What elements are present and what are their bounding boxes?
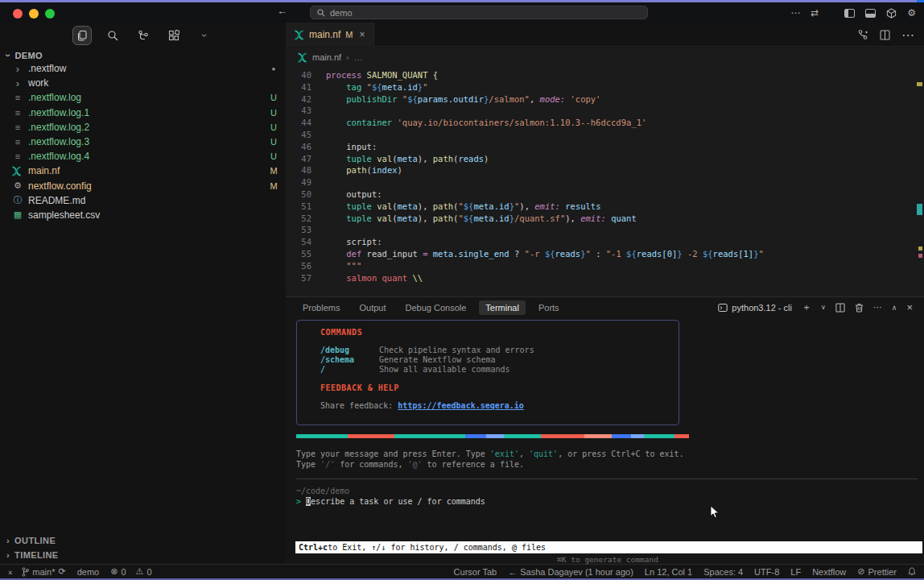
command-description: Generate Nextflow schema	[379, 355, 496, 364]
code-line-47: 47 tuple val(meta), path(reads)	[286, 153, 913, 165]
split-editor-icon[interactable]	[880, 30, 890, 40]
branch-sync-icon: ⟳	[58, 566, 65, 577]
encoding-item[interactable]: UTF-8	[754, 567, 779, 577]
new-terminal-icon[interactable]: ＋	[802, 300, 811, 314]
line-number: 45	[286, 129, 311, 141]
cli-prompt[interactable]: > Describe a task or use / for commands	[296, 497, 485, 506]
text-segment: meta	[433, 249, 453, 259]
language-mode-item[interactable]: Nextflow	[812, 567, 846, 577]
minimize-window-button[interactable]	[29, 9, 39, 19]
git-status-badge: ●	[262, 65, 286, 72]
sync-arrows-icon[interactable]: ⇄	[811, 7, 819, 19]
file-item-README-md[interactable]: ⓘREADME.md	[0, 193, 286, 208]
source-control-icon[interactable]	[134, 26, 153, 45]
more-views-chevron-icon[interactable]: ›	[195, 26, 214, 45]
file-item-work[interactable]: ›work	[0, 76, 286, 90]
panel-tab-debug-console[interactable]: Debug Console	[399, 300, 473, 315]
titlebar: ← demo ⋯ ⇄ ⚙	[0, 2, 924, 23]
panel-tab-ports[interactable]: Ports	[532, 300, 566, 315]
command-name: /debug	[320, 346, 379, 355]
text-segment: tuple	[346, 213, 372, 223]
file-item--nextflow-log-2[interactable]: ≡.nextflow.log.2U	[0, 120, 286, 135]
extensions-icon[interactable]	[164, 26, 184, 45]
code-line-55: 55 def read_input = meta.single_end ? "-…	[286, 248, 913, 260]
nextflow-icon	[294, 30, 304, 40]
panel-tab-problems[interactable]: Problems	[296, 300, 346, 315]
file-item--nextflow-log[interactable]: ≡.nextflow.logU	[0, 90, 286, 105]
file-item-samplesheet-csv[interactable]: ▦samplesheet.csv	[0, 208, 286, 222]
text-segment: publishDir	[346, 94, 397, 104]
source-control-graph-icon[interactable]	[857, 29, 868, 40]
terminal-instance[interactable]: python3.12 - cli	[718, 303, 792, 313]
file-item-main-nf[interactable]: main.nfM	[0, 164, 286, 178]
settings-gear-icon[interactable]: ⚙	[907, 7, 916, 19]
text-segment: ${	[703, 249, 713, 259]
text-segment	[326, 118, 346, 127]
text-segment: output:	[326, 189, 382, 199]
cli-input-bar[interactable]: Ctrl+c to Exit, ↑/↓ for history, / comma…	[295, 541, 922, 553]
errors-item[interactable]: ⊗ 0 ⚠ 0	[110, 566, 151, 577]
editor-tabbar: main.nf M × ⋯	[286, 23, 924, 47]
close-tab-icon[interactable]: ×	[360, 29, 365, 40]
panel-tab-output[interactable]: Output	[353, 300, 392, 315]
file-item--nextflow[interactable]: ›.nextflow●	[0, 61, 286, 76]
indentation-item[interactable]: Spaces: 4	[703, 567, 743, 577]
customize-layout-icon[interactable]	[886, 8, 897, 19]
git-blame-item[interactable]: ← Sasha Dagayev (1 hour ago)	[508, 567, 633, 577]
breadcrumb[interactable]: main.nf › …	[286, 48, 924, 67]
git-status-badge: U	[262, 93, 286, 102]
explorer-icon[interactable]	[72, 26, 92, 45]
log-icon: ≡	[11, 151, 24, 161]
more-actions-icon[interactable]: ⋯	[901, 27, 914, 43]
more-actions-icon[interactable]: ⋯	[790, 7, 800, 19]
text-segment	[326, 201, 346, 211]
text-segment: meta.id	[473, 213, 509, 223]
kill-terminal-trash-icon[interactable]	[855, 303, 864, 313]
file-item--nextflow-log-4[interactable]: ≡.nextflow.log.4U	[0, 149, 286, 164]
cli-help-box: COMMANDS /debugCheck pipeline syntax and…	[296, 320, 679, 425]
feedback-link[interactable]: https://feedback.seqera.io	[398, 401, 524, 410]
command-name: /	[320, 365, 379, 375]
command-description: Check pipeline syntax and errors	[379, 346, 534, 354]
generate-command-hint: ⌘K to generate command	[511, 555, 704, 564]
tab-main-nf[interactable]: main.nf M ×	[286, 23, 374, 47]
cursor-tab-item[interactable]: Cursor Tab	[454, 567, 497, 577]
project-name[interactable]: demo	[77, 567, 100, 577]
file-item--nextflow-log-1[interactable]: ≡.nextflow.log.1U	[0, 106, 286, 120]
remote-indicator[interactable]: ›‹	[8, 567, 10, 577]
eol-item[interactable]: LF	[790, 567, 801, 577]
back-button[interactable]: ←	[277, 5, 287, 17]
timeline-section[interactable]: ›TIMELINE	[0, 548, 286, 562]
text-segment: 'quit'	[529, 450, 558, 458]
text-segment: for commands,	[335, 460, 407, 469]
terminal-dropdown-icon[interactable]: ∨	[821, 304, 826, 311]
notifications-bell-icon[interactable]	[908, 567, 916, 576]
git-branch-item[interactable]: main* ⟳	[22, 566, 65, 577]
outline-section[interactable]: ›OUTLINE	[0, 533, 286, 548]
formatter-item[interactable]: ⊘ Prettier	[857, 566, 897, 577]
toggle-sidebar-icon[interactable]	[844, 9, 855, 18]
split-terminal-icon[interactable]	[835, 303, 845, 313]
explorer-section-header[interactable]: › DEMO	[6, 50, 43, 61]
text-segment: , or press Ctrl+C to exit.	[558, 450, 684, 458]
rainbow-segment	[486, 434, 504, 438]
search-sidebar-icon[interactable]	[103, 26, 122, 45]
rainbow-segment	[504, 434, 541, 438]
zoom-window-button[interactable]	[45, 9, 55, 19]
toggle-panel-icon[interactable]	[865, 9, 876, 18]
search-value: demo	[330, 8, 353, 18]
maximize-panel-icon[interactable]: ∧	[892, 304, 897, 312]
close-window-button[interactable]	[13, 9, 23, 19]
code-editor[interactable]: 40process SALMON_QUANT {41 tag "${meta.i…	[286, 69, 913, 284]
command-center-search[interactable]: demo	[310, 6, 648, 19]
text-segment: val	[377, 154, 392, 164]
close-panel-icon[interactable]: ×	[906, 301, 913, 313]
text-segment: reads[1]	[713, 249, 754, 259]
panel-tab-terminal[interactable]: Terminal	[479, 300, 526, 315]
file-item-nextflow-config[interactable]: ⚙nextflow.configM	[0, 179, 286, 193]
cursor-position-item[interactable]: Ln 12, Col 1	[645, 567, 692, 577]
panel-more-icon[interactable]: ⋯	[873, 302, 882, 313]
bottom-panel: ProblemsOutputDebug ConsoleTerminalPorts…	[286, 296, 924, 564]
file-item--nextflow-log-3[interactable]: ≡.nextflow.log.3U	[0, 135, 286, 149]
line-number: 55	[286, 248, 311, 260]
